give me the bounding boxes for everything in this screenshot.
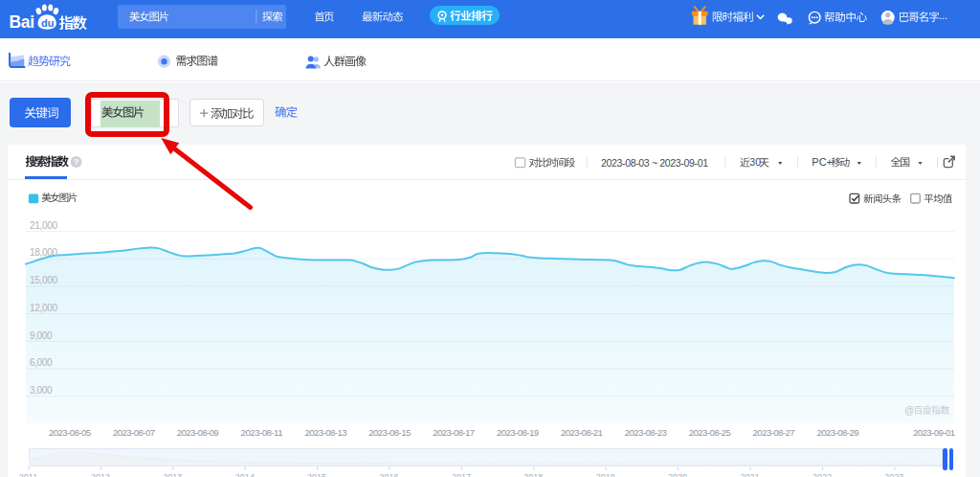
svg-text:2023-08-17: 2023-08-17 [433, 427, 475, 438]
svg-text:2022: 2022 [813, 472, 832, 477]
svg-text:2023-08-03 ~ 2023-09-01: 2023-08-03 ~ 2023-09-01 [601, 157, 708, 169]
svg-text:2023-08-23: 2023-08-23 [625, 427, 667, 438]
svg-text:2023-08-07: 2023-08-07 [113, 427, 155, 438]
svg-text:Bai: Bai [10, 12, 34, 32]
svg-text:?: ? [74, 157, 78, 167]
svg-text:2023-08-27: 2023-08-27 [753, 427, 795, 438]
svg-text:2023-08-13: 2023-08-13 [305, 427, 347, 438]
svg-text:2019: 2019 [596, 472, 615, 477]
svg-text:2023-08-21: 2023-08-21 [561, 427, 603, 438]
svg-text:...: ... [939, 10, 947, 21]
svg-text:2023-08-15: 2023-08-15 [368, 427, 411, 438]
svg-text:2023-08-19: 2023-08-19 [497, 427, 539, 438]
svg-text:12,000: 12,000 [30, 303, 57, 313]
svg-text:PC+: PC+ [812, 156, 833, 168]
svg-text:2018: 2018 [523, 472, 543, 477]
svg-text:9,000: 9,000 [30, 330, 53, 341]
svg-text:2011: 2011 [19, 472, 37, 477]
svg-text:2012: 2012 [91, 472, 110, 477]
svg-text:2023-08-09: 2023-08-09 [177, 427, 219, 438]
svg-text:2013: 2013 [163, 472, 182, 477]
svg-text:15,000: 15,000 [30, 275, 57, 285]
svg-text:2016: 2016 [379, 472, 398, 477]
svg-text:2023-09-01: 2023-09-01 [913, 427, 955, 438]
svg-text:21,000: 21,000 [30, 220, 57, 231]
svg-text:2023-08-05: 2023-08-05 [49, 427, 91, 438]
svg-text:2023-08-25: 2023-08-25 [689, 427, 731, 438]
svg-text:2023-08-11: 2023-08-11 [241, 427, 283, 438]
svg-text:18,000: 18,000 [30, 247, 57, 258]
svg-text:2023: 2023 [884, 472, 903, 477]
svg-text:2023-08-29: 2023-08-29 [817, 427, 859, 438]
svg-text:2017: 2017 [452, 472, 471, 477]
svg-text:2014: 2014 [235, 472, 255, 477]
svg-text:3,000: 3,000 [30, 385, 53, 396]
svg-text:2021: 2021 [740, 472, 759, 477]
svg-text:30: 30 [749, 156, 761, 168]
svg-text:2020: 2020 [668, 472, 687, 477]
svg-text:2015: 2015 [307, 472, 326, 477]
svg-text:@: @ [904, 405, 914, 416]
svg-text:6,000: 6,000 [30, 357, 53, 368]
svg-text:du: du [41, 17, 54, 29]
